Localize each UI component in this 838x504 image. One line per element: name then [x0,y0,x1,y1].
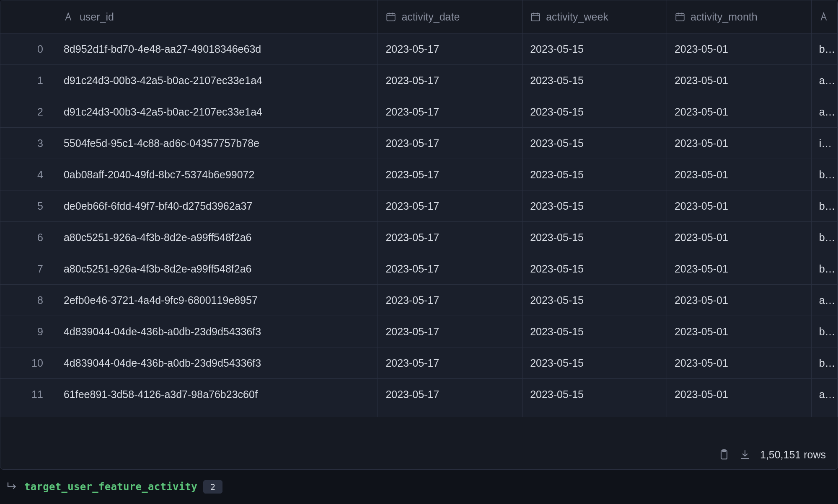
table-row[interactable]: 94d839044-04de-436b-a0db-23d9d54336f3202… [0,316,838,347]
cell-activity-date[interactable]: 2023-05-17 [378,96,522,128]
cell-user-id[interactable]: 5504fe5d-95c1-4c88-ad6c-04357757b78e [56,128,378,159]
row-index: 4 [0,159,56,190]
cell-activity-date[interactable]: 2023-05-17 [378,410,522,417]
row-index: 1 [0,65,56,96]
table-row[interactable]: 35504fe5d-95c1-4c88-ad6c-04357757b78e202… [0,128,838,159]
cell-activity-month[interactable]: 2023-05-01 [667,96,812,128]
cell-user-id[interactable]: 0ab08aff-2040-49fd-8bc7-5374b6e99072 [56,159,378,190]
cell-activity-week[interactable]: 2023-05-15 [522,253,667,285]
row-index: 0 [0,33,56,65]
table-row[interactable]: 104d839044-04de-436b-a0db-23d9d54336f320… [0,347,838,379]
cell-activity-week[interactable]: 2023-05-15 [522,410,667,417]
cell-clipped[interactable]: be [812,159,838,190]
text-type-icon [64,11,75,22]
cell-clipped[interactable]: ad [812,65,838,96]
cell-activity-date[interactable]: 2023-05-17 [378,222,522,253]
cell-user-id[interactable]: 4d839044-04de-436b-a0db-23d9d54336f3 [56,347,378,379]
cell-activity-week[interactable]: 2023-05-15 [522,190,667,222]
cell-activity-date[interactable]: 2023-05-17 [378,253,522,285]
cell-activity-month[interactable]: 2023-05-01 [667,128,812,159]
cell-activity-week[interactable]: 2023-05-15 [522,65,667,96]
column-label: activity_month [691,0,758,33]
cell-clipped[interactable]: be [812,253,838,285]
result-variable-name[interactable]: target_user_feature_activity [24,481,197,493]
cell-clipped[interactable]: ad [812,285,838,316]
cell-activity-week[interactable]: 2023-05-15 [522,316,667,347]
column-header-clipped[interactable] [812,0,838,33]
cell-activity-date[interactable]: 2023-05-17 [378,159,522,190]
cell-activity-date[interactable]: 2023-05-17 [378,65,522,96]
table-row[interactable]: 7a80c5251-926a-4f3b-8d2e-a99ff548f2a6202… [0,253,838,285]
cell-clipped[interactable]: be [812,222,838,253]
table-row[interactable]: 1161fee891-3d58-4126-a3d7-98a76b23c60f20… [0,379,838,410]
cell-activity-month[interactable]: 2023-05-01 [667,33,812,65]
cell-activity-date[interactable]: 2023-05-17 [378,347,522,379]
cell-user-id[interactable]: 2efb0e46-3721-4a4d-9fc9-6800119e8957 [56,285,378,316]
clipboard-icon[interactable] [718,449,730,460]
table-row[interactable]: 1d91c24d3-00b3-42a5-b0ac-2107ec33e1a4202… [0,65,838,96]
cell-user-id[interactable]: 4d839044-04de-436b-a0db-23d9d54336f3 [56,316,378,347]
cell-user-id[interactable]: d91c24d3-00b3-42a5-b0ac-2107ec33e1a4 [56,96,378,128]
cell-activity-week[interactable]: 2023-05-15 [522,379,667,410]
cell-activity-date[interactable]: 2023-05-17 [378,33,522,65]
cell-clipped[interactable]: ad [812,96,838,128]
table-row[interactable]: 2d91c24d3-00b3-42a5-b0ac-2107ec33e1a4202… [0,96,838,128]
cell-activity-month[interactable]: 2023-05-01 [667,410,812,417]
cell-activity-date[interactable]: 2023-05-17 [378,285,522,316]
table-row[interactable]: 82efb0e46-3721-4a4d-9fc9-6800119e8957202… [0,285,838,316]
index-header[interactable] [0,0,56,33]
cell-user-id[interactable]: a80c5251-926a-4f3b-8d2e-a99ff548f2a6 [56,253,378,285]
column-header-activity-month[interactable]: activity_month [667,0,812,33]
cell-activity-date[interactable]: 2023-05-17 [378,316,522,347]
cell-user-id[interactable]: f6d1b39b-3e76-4959-bf9f-2ac1baff566d [56,410,378,417]
column-label: user_id [80,0,114,33]
download-icon[interactable] [739,449,751,460]
cell-user-id[interactable]: a80c5251-926a-4f3b-8d2e-a99ff548f2a6 [56,222,378,253]
table-row[interactable]: 6a80c5251-926a-4f3b-8d2e-a99ff548f2a6202… [0,222,838,253]
cell-activity-month[interactable]: 2023-05-01 [667,253,812,285]
table-header-row: user_id activity_date [0,0,838,33]
cell-activity-month[interactable]: 2023-05-01 [667,159,812,190]
cell-activity-month[interactable]: 2023-05-01 [667,347,812,379]
row-index: 3 [0,128,56,159]
table-row[interactable]: 40ab08aff-2040-49fd-8bc7-5374b6e99072202… [0,159,838,190]
cell-clipped[interactable]: be [812,33,838,65]
cell-activity-month[interactable]: 2023-05-01 [667,222,812,253]
cell-activity-month[interactable]: 2023-05-01 [667,285,812,316]
cell-clipped[interactable]: int [812,128,838,159]
cell-activity-week[interactable]: 2023-05-15 [522,128,667,159]
cell-activity-date[interactable]: 2023-05-17 [378,190,522,222]
cell-activity-week[interactable]: 2023-05-15 [522,285,667,316]
cell-activity-month[interactable]: 2023-05-01 [667,379,812,410]
cell-activity-month[interactable]: 2023-05-01 [667,316,812,347]
table-footer: 1,50,151 rows [0,440,838,470]
cell-user-id[interactable]: 61fee891-3d58-4126-a3d7-98a76b23c60f [56,379,378,410]
cell-activity-date[interactable]: 2023-05-17 [378,379,522,410]
cell-clipped[interactable]: ad [812,379,838,410]
cell-user-id[interactable]: 8d952d1f-bd70-4e48-aa27-49018346e63d [56,33,378,65]
cell-clipped[interactable]: ad [812,410,838,417]
cell-clipped[interactable]: be [812,347,838,379]
cell-activity-date[interactable]: 2023-05-17 [378,128,522,159]
column-header-activity-week[interactable]: activity_week [522,0,667,33]
table-row[interactable]: 08d952d1f-bd70-4e48-aa27-49018346e63d202… [0,33,838,65]
cell-user-id[interactable]: de0eb66f-6fdd-49f7-bf40-d275d3962a37 [56,190,378,222]
cell-clipped[interactable]: be [812,190,838,222]
column-label: activity_week [546,0,608,33]
row-index: 9 [0,316,56,347]
cell-clipped[interactable]: be [812,316,838,347]
cell-user-id[interactable]: d91c24d3-00b3-42a5-b0ac-2107ec33e1a4 [56,65,378,96]
table-row[interactable]: 5de0eb66f-6fdd-49f7-bf40-d275d3962a37202… [0,190,838,222]
cell-activity-week[interactable]: 2023-05-15 [522,96,667,128]
cell-activity-week[interactable]: 2023-05-15 [522,159,667,190]
column-header-activity-date[interactable]: activity_date [378,0,522,33]
column-header-user-id[interactable]: user_id [56,0,378,33]
cell-activity-month[interactable]: 2023-05-01 [667,190,812,222]
data-table[interactable]: user_id activity_date [0,0,838,440]
table-scroll[interactable]: user_id activity_date [0,0,838,417]
table-row[interactable]: 12f6d1b39b-3e76-4959-bf9f-2ac1baff566d20… [0,410,838,417]
cell-activity-week[interactable]: 2023-05-15 [522,33,667,65]
cell-activity-week[interactable]: 2023-05-15 [522,222,667,253]
cell-activity-week[interactable]: 2023-05-15 [522,347,667,379]
cell-activity-month[interactable]: 2023-05-01 [667,65,812,96]
